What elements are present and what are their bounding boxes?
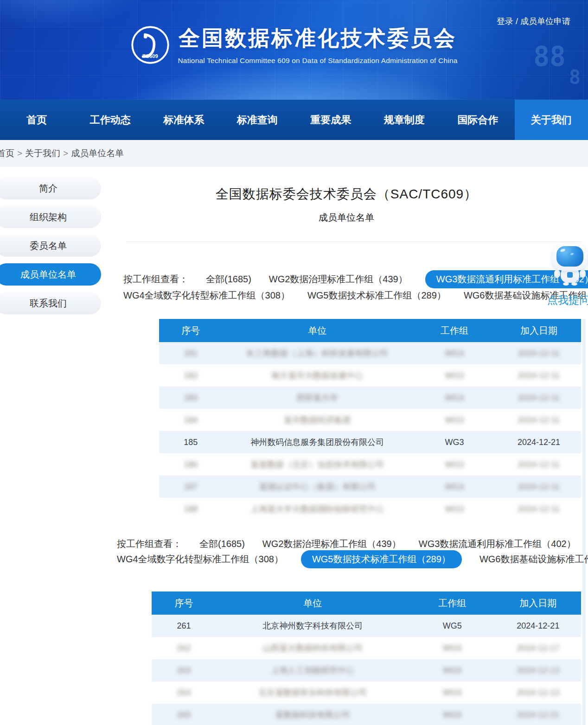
ask-me-button[interactable]: 点我提问 [542,293,588,307]
filter-chip-s0-r1-1[interactable]: WG2数据治理标准工作组（439） [269,273,408,286]
nav-item-3[interactable]: 标准查询 [221,100,294,140]
cell-workgroup: WG3 [412,415,497,425]
table-row[interactable]: 183西部某大学WG32024-12-11 [159,387,581,409]
filter-row-1-section-1: 按工作组查看：全部(1685)WG2数据治理标准工作组（439）WG3数据流通利… [123,271,588,288]
filter-chip-s0-r2-1[interactable]: WG5数据技术标准工作组（289） [307,289,446,302]
cell-unit-name: 北京某数据安全科技有限公司 [216,687,409,698]
cell-unit-name: 某某数据（北京）信息技术有限公司 [223,459,413,470]
sidebar-item-0[interactable]: 简介 [0,177,101,199]
nav-item-4[interactable]: 重要成果 [294,100,368,140]
filter-chip-s1-r1-2[interactable]: WG3数据流通利用标准工作组（402） [419,538,576,550]
cell-join-date: 2024-12-11 [497,415,581,425]
cell-join-date: 2024-12-11 [497,504,581,514]
cell-join-date: 2024-12-21 [495,621,581,631]
divider [126,242,582,242]
cell-unit-name: 神州数码信息服务集团股份有限公司 [223,437,413,448]
nav-item-5[interactable]: 规章制度 [368,100,441,140]
table-row[interactable]: 263上海人工智能研究中心WG52024-12-13 [152,659,581,681]
robot-foot-right [571,282,577,286]
cell-join-date: 2024-12-11 [497,460,581,470]
cell-unit-name: 某数据科技有限公司 [216,709,409,720]
cell-unit-name: 某市数据经济集团 [223,414,413,426]
table-row[interactable]: 261北京神州数字科技有限公司WG52024-12-21 [152,615,581,637]
filter-chip-s1-r1-0[interactable]: 全部(1685) [199,538,245,550]
cell-workgroup: WG5 [409,621,495,631]
table-row[interactable]: 188上海某大学大数据国际创新研究中心WG32024-12-11 [159,498,581,520]
filter-chip-s1-r2-1[interactable]: WG5数据技术标准工作组（289） [301,550,462,568]
content-edge [582,319,586,725]
cell-workgroup: WG3 [412,438,497,447]
cell-join-date: 2024-12-13 [495,666,581,675]
table-row[interactable]: 186某某数据（北京）信息技术有限公司WG32024-12-11 [159,453,581,476]
filter-chip-s1-r2-2[interactable]: WG6数据基础设施标准工作组（247） [479,553,588,566]
cell-join-date: 2024-12-17 [495,643,581,653]
filter-chip-s0-r1-0[interactable]: 全部(1685) [206,273,251,286]
table-row[interactable]: 181长三角数据（上海）科技发展有限公司WG32024-12-11 [159,342,581,364]
nav-item-1[interactable]: 工作动态 [74,100,147,140]
table-row[interactable]: 265某数据科技有限公司WG52024-12-21 [152,704,581,725]
cell-serial: 181 [159,349,223,358]
nav-item-7[interactable]: 关于我们 [515,100,588,140]
column-header-1: 单位 [223,324,413,337]
breadcrumb-separator: > [14,148,25,158]
nav-item-6[interactable]: 国际合作 [441,100,515,140]
site-title: 全国数据标准化技术委员会 [178,24,457,53]
page-subtitle: 成员单位名单 [111,211,582,224]
cell-workgroup: WG3 [412,460,497,470]
breadcrumb-separator: > [60,148,71,158]
column-header-2: 工作组 [412,324,497,337]
sidebar-item-1[interactable]: 组织架构 [0,206,101,228]
sidebar-item-3[interactable]: 成员单位名单 [0,263,101,286]
cell-serial: 186 [159,460,223,470]
cell-serial: 187 [159,482,223,492]
cell-join-date: 2024-12-11 [497,349,581,358]
robot-arm-left [554,270,560,278]
filter-chip-s1-r1-1[interactable]: WG2数据治理标准工作组（439） [262,538,401,550]
cell-serial: 264 [152,688,216,698]
filter-chip-s0-r2-0[interactable]: WG4全域数字化转型标准工作组（308） [123,289,290,302]
breadcrumb: 首页>关于我们>成员单位名单 [0,140,588,167]
column-header-0: 序号 [159,324,223,337]
cell-serial: 261 [152,621,216,631]
page-title: 全国数据标委会技术委员会（SAC/TC609） [111,185,582,203]
sidebar-item-4[interactable]: 联系我们 [0,292,101,314]
login-link[interactable]: 登录 / 成员单位申请 [497,16,570,27]
table-row[interactable]: 264北京某数据安全科技有限公司WG52024-12-13 [152,681,581,704]
sidebar-item-2[interactable]: 委员名单 [0,235,101,257]
breadcrumb-item-0[interactable]: 首页 [0,148,14,158]
sidebar: 简介组织架构委员名单成员单位名单联系我们 [0,177,107,321]
table-header-row: 序号单位工作组加入日期 [159,319,581,342]
assistant-robot-icon[interactable] [552,243,588,286]
nav-item-0[interactable]: 首页 [0,100,74,140]
member-table-wg5: 序号单位工作组加入日期261北京神州数字科技有限公司WG52024-12-212… [152,591,581,725]
cell-unit-name: 南方某市大数据发展中心 [223,370,413,381]
cell-workgroup: WG5 [409,688,495,698]
column-header-2: 工作组 [409,597,495,610]
cell-join-date: 2024-12-13 [495,688,581,698]
cell-unit-name: 上海人工智能研究中心 [216,665,409,676]
cell-serial: 182 [159,371,223,381]
breadcrumb-item-1[interactable]: 关于我们 [25,148,60,158]
table-row[interactable]: 182南方某市大数据发展中心WG32024-12-11 [159,364,581,387]
filter-chip-s1-r2-0[interactable]: WG4全域数字化转型标准工作组（308） [117,553,283,566]
cell-workgroup: WG3 [412,371,497,381]
site-subtitle: National Technical Committee 609 on Data… [178,57,457,65]
cell-unit-name: 长三角数据（上海）科技发展有限公司 [223,348,413,359]
cell-workgroup: WG3 [412,482,497,492]
site-header: 登录 / 成员单位申请 TC609 全国数据标准化技术委员会 National … [0,0,588,100]
cell-unit-name: 上海某大学大数据国际创新研究中心 [223,503,413,515]
table-row[interactable]: 184某市数据经济集团WG32024-12-11 [159,409,581,431]
nav-item-2[interactable]: 标准体系 [147,100,221,140]
table-header-row: 序号单位工作组加入日期 [152,591,581,615]
robot-badge [567,272,573,278]
cell-serial: 265 [152,710,216,720]
column-header-3: 加入日期 [495,597,581,610]
table-row[interactable]: 187某国认证中心（集团）有限公司WG32024-12-11 [159,476,581,498]
cell-serial: 188 [159,504,223,514]
cell-workgroup: WG5 [409,710,495,720]
member-table-wg3: 序号单位工作组加入日期181长三角数据（上海）科技发展有限公司WG32024-1… [159,319,581,520]
table-row[interactable]: 262山西某大数据科技有限公司WG52024-12-17 [152,637,581,659]
cell-join-date: 2024-12-11 [497,371,581,381]
table-row[interactable]: 185神州数码信息服务集团股份有限公司WG32024-12-21 [159,431,581,453]
filter-by-group-label: 按工作组查看： [123,273,188,286]
